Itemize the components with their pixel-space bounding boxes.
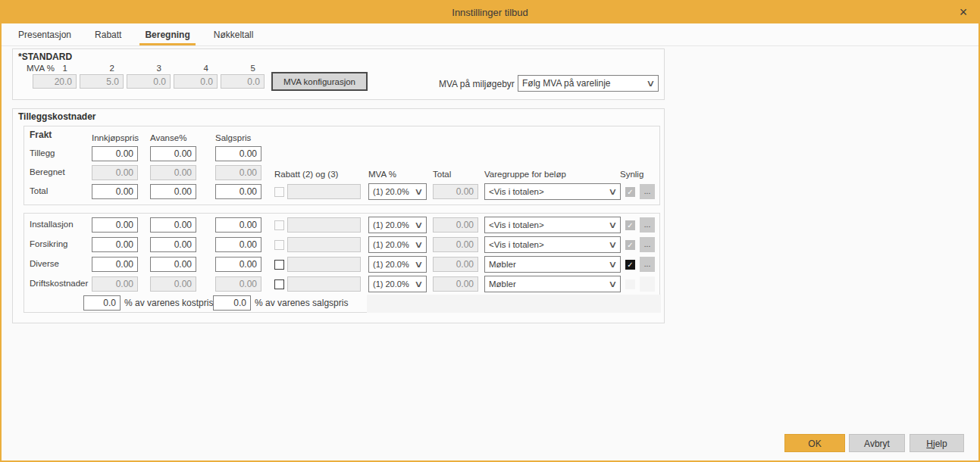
installasjon-salgspris-input[interactable]: [215, 217, 261, 233]
installasjon-rabatt-input: [287, 217, 361, 233]
mva-col-2: 2: [80, 64, 124, 73]
chevron-down-icon: ∨: [414, 186, 423, 197]
installasjon-rabatt-checkbox[interactable]: [274, 220, 284, 230]
driftskostnader-rabatt-checkbox[interactable]: [274, 279, 284, 289]
diverse-salgspris-input[interactable]: [215, 257, 261, 272]
miljogebyr-label: MVA på miljøgebyr: [439, 79, 515, 89]
frakt-title: Frakt: [30, 130, 52, 140]
mva-col-5: 5: [221, 64, 265, 73]
tillegg-salgspris-input[interactable]: [215, 146, 261, 161]
table-row-diverse: Diverse (1) 20.0% ∨ Møbler ∨ ✓ ...: [24, 257, 659, 273]
chevron-down-icon: ∨: [608, 259, 617, 270]
chevron-down-icon: ∨: [414, 239, 423, 250]
tilleggskostnader-section: Tilleggskostnader Frakt Innkjøpspris Ava…: [12, 108, 665, 323]
diverse-total-input: [433, 257, 478, 272]
driftskostnader-salgspris-input: [215, 276, 261, 292]
table-row-driftskostnader: Driftskostnader (1) 20.0% ∨ Møbler ∨: [24, 276, 659, 293]
total-avanse-input[interactable]: [150, 184, 196, 199]
chevron-down-icon: ∨: [414, 279, 423, 289]
diverse-synlig-checkbox[interactable]: ✓: [625, 260, 635, 270]
total-rabatt-input: [287, 184, 361, 199]
tab-rabatt[interactable]: Rabatt: [95, 23, 121, 45]
total-header: Total: [433, 170, 451, 179]
tillegg-avanse-input[interactable]: [150, 146, 196, 161]
diverse-innkjopspris-input[interactable]: [92, 257, 138, 272]
tillegg-innkjopspris-input[interactable]: [92, 146, 138, 161]
forsikring-rabatt-input: [287, 237, 361, 252]
table-row-percent: % av varenes kostpris % av varenes salgs…: [24, 295, 659, 312]
diverse-avanse-input[interactable]: [150, 257, 196, 272]
row-label: Forsikring: [30, 239, 67, 248]
pct-salgspris-input[interactable]: [213, 295, 251, 311]
total-innkjopspris-input[interactable]: [92, 184, 138, 199]
installasjon-innkjopspris-input[interactable]: [92, 217, 138, 233]
driftskostnader-innkjopspris-input: [92, 276, 138, 292]
tab-beregning[interactable]: Beregning: [145, 23, 189, 45]
row-label: Total: [30, 186, 48, 195]
installasjon-synlig-checkbox: ✓: [625, 220, 635, 230]
table-row-installasjon: Installasjon (1) 20.0% ∨ <Vis i totalen>…: [24, 217, 659, 234]
diverse-mva-select[interactable]: (1) 20.0% ∨: [368, 256, 427, 273]
total-varegruppe-select[interactable]: <Vis i totalen> ∨: [484, 183, 621, 200]
installasjon-avanse-input[interactable]: [150, 217, 196, 233]
pct-kostpris-label: % av varenes kostpris: [124, 298, 213, 308]
dialog-title: Innstillinger tilbud: [452, 7, 528, 18]
rabatt-header: Rabatt (2) og (3): [274, 170, 338, 179]
checkmark-icon: ✓: [627, 221, 633, 229]
forsikring-more-button[interactable]: ...: [640, 237, 655, 252]
driftskostnader-mva-select[interactable]: (1) 20.0% ∨: [368, 276, 427, 292]
diverse-varegruppe-select[interactable]: Møbler ∨: [484, 256, 621, 273]
total-mva-select[interactable]: (1) 20.0% ∨: [368, 183, 427, 200]
miljogebyr-select[interactable]: Følg MVA på varelinje ∨: [518, 75, 659, 92]
mva-konfigurasjon-button[interactable]: MVA konfigurasjon: [271, 72, 368, 91]
diverse-more-button[interactable]: ...: [640, 257, 655, 272]
mva-col-3: 3: [127, 64, 171, 73]
total-rabatt-checkbox[interactable]: [274, 187, 284, 197]
checkmark-icon: ✓: [627, 261, 633, 269]
tab-nokkeltall[interactable]: Nøkkeltall: [214, 23, 254, 45]
total-salgspris-input[interactable]: [215, 184, 261, 199]
mva-value-4-input: [174, 74, 218, 89]
ok-button[interactable]: OK: [784, 434, 845, 452]
forsikring-salgspris-input[interactable]: [215, 237, 261, 252]
more-placeholder: [640, 276, 655, 292]
installasjon-varegruppe-select[interactable]: <Vis i totalen> ∨: [484, 217, 621, 233]
forsikring-innkjopspris-input[interactable]: [92, 237, 138, 252]
forsikring-mva-select[interactable]: (1) 20.0% ∨: [368, 236, 427, 253]
chevron-down-icon: ∨: [608, 186, 617, 197]
tab-presentasjon[interactable]: Presentasjon: [18, 23, 71, 45]
pct-salgspris-label: % av varenes salgspris: [255, 298, 348, 308]
chevron-down-icon: ∨: [414, 259, 423, 270]
tab-bar: Presentasjon Rabatt Beregning Nøkkeltall: [2, 23, 978, 46]
forsikring-rabatt-checkbox[interactable]: [274, 240, 284, 250]
forsikring-avanse-input[interactable]: [150, 237, 196, 252]
varegruppe-header: Varegruppe for beløp: [484, 170, 566, 179]
table-row-tillegg: Tillegg: [24, 146, 659, 163]
close-icon[interactable]: ×: [954, 3, 972, 21]
forsikring-varegruppe-select[interactable]: <Vis i totalen> ∨: [484, 236, 621, 253]
installasjon-total-input: [433, 217, 478, 233]
beregnet-salgspris-input: [215, 165, 261, 180]
chevron-down-icon: ∨: [608, 279, 617, 289]
forsikring-synlig-checkbox: ✓: [625, 240, 635, 250]
driftskostnader-avanse-input: [150, 276, 196, 292]
installasjon-mva-select[interactable]: (1) 20.0% ∨: [368, 217, 427, 233]
table-row-total: Total (1) 20.0% ∨ <Vis i totalen> ∨ ✓ ..…: [24, 184, 659, 201]
mva-col-1: 1: [33, 64, 77, 73]
diverse-rabatt-input: [287, 257, 361, 272]
costs-box: Installasjon (1) 20.0% ∨ <Vis i totalen>…: [23, 213, 660, 313]
row-label: Diverse: [30, 259, 59, 268]
table-row-forsikring: Forsikring (1) 20.0% ∨ <Vis i totalen> ∨…: [24, 237, 659, 254]
pct-kostpris-input[interactable]: [83, 295, 121, 311]
chevron-down-icon: ∨: [414, 220, 423, 230]
driftskostnader-varegruppe-select[interactable]: Møbler ∨: [484, 276, 621, 292]
total-more-button[interactable]: ...: [640, 184, 655, 199]
hjelp-button[interactable]: Hjelp: [910, 434, 964, 452]
synlig-header: Synlig: [620, 170, 643, 179]
avbryt-button[interactable]: Avbryt: [849, 434, 905, 452]
title-bar: Innstillinger tilbud ×: [2, 2, 978, 23]
diverse-rabatt-checkbox[interactable]: [274, 260, 284, 270]
row-label: Beregnet: [30, 167, 65, 176]
mva-value-2-input: [80, 74, 124, 89]
installasjon-more-button[interactable]: ...: [640, 217, 655, 233]
